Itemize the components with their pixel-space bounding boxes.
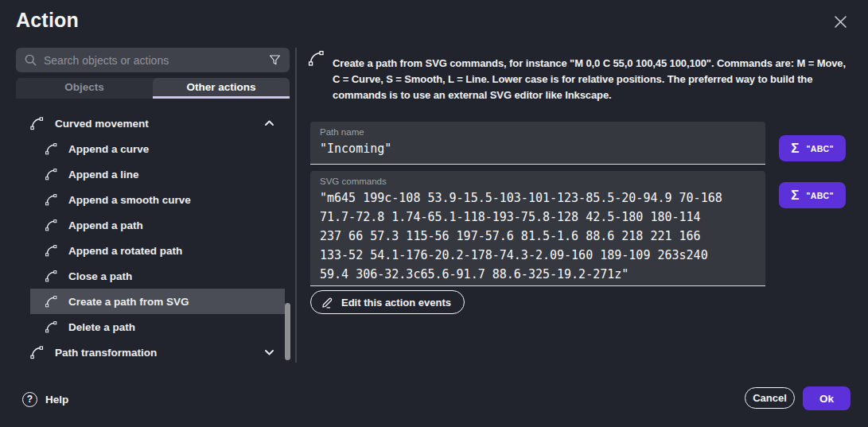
edit-events-label: Edit this action events (341, 297, 451, 309)
tree-row-label: Append a path (68, 219, 143, 231)
path-name-label: Path name (320, 127, 756, 137)
tree-item-append-a-path[interactable]: Append a path (30, 212, 285, 238)
help-icon: ? (22, 392, 37, 407)
curve-path-icon (29, 344, 45, 360)
close-icon[interactable] (830, 11, 850, 32)
abc-label: "ABC" (806, 144, 833, 153)
svg-commands-label: SVG commands (320, 177, 756, 186)
expression-editor-button-svg-commands[interactable]: Σ "ABC" (779, 182, 846, 208)
chevron-up-icon[interactable] (264, 120, 274, 127)
tree-row-label: Append a curve (68, 143, 149, 155)
tab-objects[interactable]: Objects (16, 78, 153, 99)
help-label: Help (45, 394, 68, 406)
tree-item-delete-a-path[interactable]: Delete a path (30, 314, 285, 340)
tab-bar: ObjectsOther actions (16, 78, 290, 99)
tree-item-append-a-line[interactable]: Append a line (30, 161, 285, 187)
list-scrollbar-thumb[interactable] (285, 303, 290, 360)
dialog-title: Action (16, 9, 79, 32)
tree-row-label: Append a line (68, 169, 139, 181)
tree-row-label: Append a smooth curve (68, 194, 191, 206)
curve-path-icon (44, 294, 58, 309)
tree-item-create-a-path-from-svg[interactable]: Create a path from SVG (30, 289, 285, 314)
action-dialog: Action ObjectsOther actions Curved movem… (0, 0, 868, 427)
abc-label: "ABC" (806, 191, 833, 200)
tree-group-curved-movement[interactable]: Curved movement (16, 111, 285, 136)
actions-tree: Curved movementAppend a curveAppend a li… (16, 111, 285, 365)
tree-row-label: Create a path from SVG (68, 296, 189, 308)
curve-path-icon (306, 49, 325, 68)
tree-row-label: Delete a path (68, 321, 135, 333)
tree-row-label: Curved movement (55, 118, 149, 130)
tree-row-label: Append a rotated path (68, 245, 182, 257)
svg-commands-value[interactable]: "m645 199c-108 53.9-15.5-103-101-123-85.… (320, 188, 756, 284)
curve-path-icon (29, 115, 45, 131)
tree-item-append-a-smooth-curve[interactable]: Append a smooth curve (30, 187, 285, 212)
edit-action-events-button[interactable]: Edit this action events (310, 290, 465, 314)
tree-row-label: Path transformation (55, 347, 157, 359)
tree-item-append-a-curve[interactable]: Append a curve (30, 136, 285, 161)
tab-other-actions[interactable]: Other actions (153, 78, 290, 99)
action-description: Create a path from SVG commands, for ins… (333, 56, 854, 103)
path-name-field[interactable]: Path name "Incoming" (310, 122, 765, 165)
search-icon (24, 53, 37, 67)
help-button[interactable]: ? Help (22, 390, 68, 409)
svg-commands-field[interactable]: SVG commands "m645 199c-108 53.9-15.5-10… (310, 171, 765, 286)
tree-item-close-a-path[interactable]: Close a path (30, 263, 285, 289)
curve-path-icon (44, 243, 58, 258)
sigma-icon: Σ (791, 188, 799, 202)
curve-path-icon (44, 167, 58, 181)
expression-editor-button-path-name[interactable]: Σ "ABC" (779, 135, 846, 161)
tree-group-path-transformation[interactable]: Path transformation (16, 340, 285, 365)
pane-divider (295, 48, 297, 363)
curve-path-icon (44, 269, 58, 283)
curve-path-icon (44, 218, 58, 232)
tree-row-label: Close a path (68, 270, 132, 282)
chevron-down-icon[interactable] (264, 349, 274, 356)
curve-path-icon (44, 320, 58, 334)
ok-button[interactable]: Ok (803, 386, 850, 410)
filter-funnel-icon[interactable] (268, 53, 282, 67)
curve-path-icon (44, 192, 58, 207)
pencil-icon (321, 296, 334, 309)
search-input[interactable] (44, 54, 262, 67)
search-bar (16, 48, 290, 72)
sigma-icon: Σ (791, 142, 799, 155)
cancel-button[interactable]: Cancel (745, 387, 795, 409)
tree-item-append-a-rotated-path[interactable]: Append a rotated path (30, 238, 285, 263)
curve-path-icon (44, 142, 58, 156)
path-name-value[interactable]: "Incoming" (320, 139, 756, 158)
